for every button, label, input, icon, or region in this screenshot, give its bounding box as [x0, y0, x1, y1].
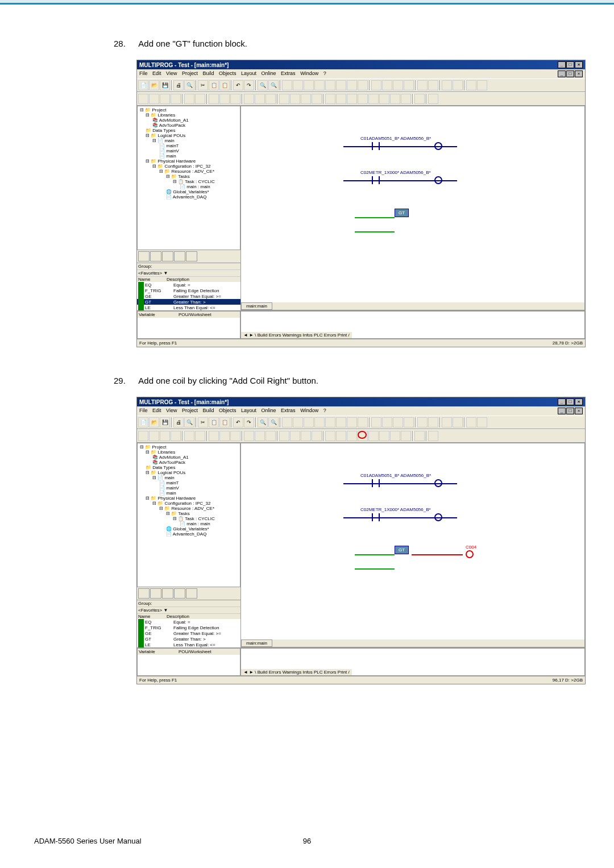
close-button[interactable]: ×	[575, 398, 583, 405]
menu-project[interactable]: Project	[182, 70, 198, 76]
tb-b14[interactable]	[428, 417, 438, 427]
tb-b7[interactable]	[347, 80, 357, 90]
tb-paste[interactable]: 📋	[219, 80, 230, 90]
tb2-9[interactable]	[230, 94, 240, 104]
tb2-26[interactable]	[428, 431, 438, 441]
tb-b3[interactable]	[304, 417, 314, 427]
tb-b9[interactable]	[371, 80, 381, 90]
tb-open[interactable]: 📂	[149, 417, 159, 427]
menu-help[interactable]: ?	[323, 408, 326, 413]
tb2-15[interactable]	[301, 431, 311, 441]
tb-b4[interactable]	[314, 417, 325, 427]
tb-b15[interactable]	[442, 417, 452, 427]
tree-task1[interactable]: ⊟ 📋 Task : CYCLIC	[139, 516, 239, 521]
menu-layout[interactable]: Layout	[241, 70, 256, 76]
tb-b18[interactable]	[477, 80, 487, 90]
gt-block[interactable]: GT	[395, 209, 409, 217]
gt-block[interactable]: GT	[395, 546, 409, 554]
tree-maint[interactable]: 📄 mainT	[139, 143, 239, 148]
child-maximize[interactable]: □	[566, 70, 574, 77]
fb-ge[interactable]: GE Greater Than Equal: >=	[137, 630, 240, 636]
tb-b1[interactable]	[282, 80, 292, 90]
output-tabs[interactable]: ◄ ► \ Build Errors Warnings Infos PLC Er…	[241, 332, 352, 338]
menu-build[interactable]: Build	[202, 408, 214, 413]
tree-libraries[interactable]: ⊟ 📁 Libraries	[139, 113, 239, 118]
tree-tab-5[interactable]	[186, 588, 197, 599]
tb-save[interactable]: 💾	[160, 80, 170, 90]
tb2-17[interactable]	[325, 431, 335, 441]
tb-zoom[interactable]: 🔍	[268, 80, 279, 90]
tree-maint[interactable]: 📄 mainT	[139, 480, 239, 485]
fb-eq[interactable]: EQ Equal: =	[137, 282, 240, 288]
tree-config[interactable]: ⊟ 📁 Configuration : IPC_32	[139, 164, 239, 169]
tree-globalvars[interactable]: 🌐 Global_Variables*	[139, 526, 239, 531]
menu-objects[interactable]: Objects	[219, 70, 237, 76]
fb-ge[interactable]: GE Greater Than Equal: >=	[137, 293, 240, 299]
tb2-add-coil-right[interactable]	[358, 431, 368, 441]
menu-view[interactable]: View	[166, 70, 177, 76]
tb-find[interactable]: 🔍	[258, 417, 268, 427]
tree-tab-2[interactable]	[150, 251, 161, 261]
child-minimize[interactable]: _	[558, 408, 566, 414]
tb2-8[interactable]	[219, 94, 230, 104]
tb-b13[interactable]	[417, 80, 428, 90]
tb-b16[interactable]	[453, 80, 463, 90]
tb2-22[interactable]	[379, 94, 389, 104]
tree-tab-1[interactable]	[138, 251, 150, 261]
coil-1[interactable]	[434, 479, 442, 487]
tree-tab-4[interactable]	[174, 588, 185, 599]
menu-build[interactable]: Build	[202, 70, 214, 76]
tb2-14[interactable]	[290, 431, 300, 441]
tb-b8[interactable]	[358, 80, 368, 90]
tree-lib2[interactable]: 📚 AdvToolPack	[139, 123, 239, 128]
tree-project[interactable]: ⊟ 📁 Project	[139, 107, 239, 113]
tree-lib1[interactable]: 📚 AdvMotion_A1	[139, 455, 239, 460]
tree-globalvars[interactable]: 🌐 Global_Variables*	[139, 189, 239, 194]
fb-ftrig[interactable]: F_TRIG Falling Edge Detection	[137, 288, 240, 293]
project-tree[interactable]: ⊟ 📁 Project ⊟ 📁 Libraries 📚 AdvMotion_A1…	[137, 106, 240, 250]
contact-c01[interactable]	[372, 479, 380, 487]
fb-ftrig[interactable]: F_TRIG Falling Edge Detection	[137, 625, 240, 630]
tree-tab-1[interactable]	[138, 588, 150, 599]
tb-open[interactable]: 📂	[149, 80, 159, 90]
tb-b15[interactable]	[442, 80, 452, 90]
tb-b1[interactable]	[282, 417, 292, 427]
tb-b11[interactable]	[393, 80, 403, 90]
tree-task1main[interactable]: 📄 main : main	[139, 521, 239, 526]
tb2-6[interactable]	[195, 94, 205, 104]
fb-eq[interactable]: EQ Equal: =	[137, 619, 240, 625]
tree-advantech[interactable]: 📄 Advantech_DAQ	[139, 194, 239, 200]
tb-b11[interactable]	[393, 417, 403, 427]
contact-c02[interactable]	[372, 513, 380, 521]
tb-b5[interactable]	[325, 80, 335, 90]
tree-lib2[interactable]: 📚 AdvToolPack	[139, 460, 239, 465]
tb-b8[interactable]	[358, 417, 368, 427]
tb2-12[interactable]	[265, 431, 276, 441]
tb2-5[interactable]	[184, 94, 194, 104]
tb2-21[interactable]	[368, 431, 379, 441]
tree-physical[interactable]: ⊟ 📁 Physical Hardware	[139, 159, 239, 164]
maximize-button[interactable]: □	[566, 398, 574, 405]
output-tabs[interactable]: ◄ ► \ Build Errors Warnings Infos PLC Er…	[241, 669, 352, 675]
minimize-button[interactable]: _	[558, 61, 566, 68]
tb2-8[interactable]	[219, 431, 230, 441]
tb-redo[interactable]: ↷	[244, 417, 254, 427]
menu-file[interactable]: File	[139, 408, 148, 413]
tb2-24[interactable]	[401, 94, 411, 104]
tb2-11[interactable]	[255, 94, 265, 104]
tb-undo[interactable]: ↶	[233, 80, 243, 90]
tb-b10[interactable]	[382, 80, 392, 90]
tb2-13[interactable]	[279, 94, 289, 104]
tb-new[interactable]: 📄	[138, 417, 148, 427]
tree-main[interactable]: ⊟ 📄 main	[139, 138, 239, 143]
tree-config[interactable]: ⊟ 📁 Configuration : IPC_32	[139, 501, 239, 506]
tree-advantech[interactable]: 📄 Advantech_DAQ	[139, 531, 239, 537]
tree-mainv[interactable]: 📄 mainV	[139, 148, 239, 153]
tree-tasks[interactable]: ⊟ 📁 Tasks	[139, 174, 239, 179]
tb2-20[interactable]	[358, 94, 368, 104]
tb-b6[interactable]	[336, 80, 346, 90]
tree-tasks[interactable]: ⊟ 📁 Tasks	[139, 511, 239, 516]
tb2-14[interactable]	[290, 94, 300, 104]
tb2-12[interactable]	[265, 94, 276, 104]
tree-mainv[interactable]: 📄 mainV	[139, 485, 239, 491]
